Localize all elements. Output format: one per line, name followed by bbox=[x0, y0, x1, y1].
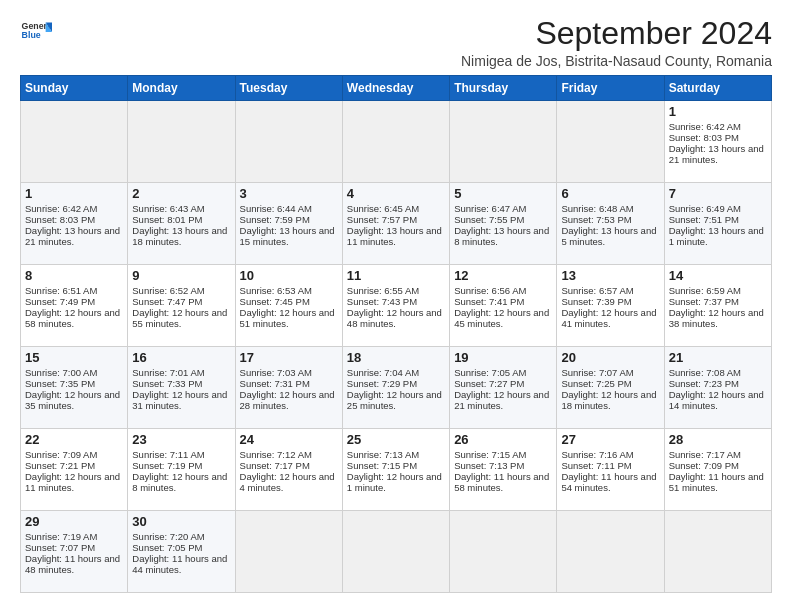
title-block: September 2024 Nimigea de Jos, Bistrita-… bbox=[461, 16, 772, 69]
calendar-cell: 18Sunrise: 7:04 AMSunset: 7:29 PMDayligh… bbox=[342, 347, 449, 429]
sunset-text: Sunset: 7:21 PM bbox=[25, 460, 123, 471]
day-number: 30 bbox=[132, 514, 230, 529]
sunrise-text: Sunrise: 7:12 AM bbox=[240, 449, 338, 460]
sunrise-text: Sunrise: 7:07 AM bbox=[561, 367, 659, 378]
daylight-text: Daylight: 13 hours and 11 minutes. bbox=[347, 225, 445, 247]
sunrise-text: Sunrise: 7:04 AM bbox=[347, 367, 445, 378]
sunrise-text: Sunrise: 6:45 AM bbox=[347, 203, 445, 214]
calendar-week-row: 8Sunrise: 6:51 AMSunset: 7:49 PMDaylight… bbox=[21, 265, 772, 347]
calendar-cell: 13Sunrise: 6:57 AMSunset: 7:39 PMDayligh… bbox=[557, 265, 664, 347]
sunset-text: Sunset: 7:25 PM bbox=[561, 378, 659, 389]
sunrise-text: Sunrise: 6:44 AM bbox=[240, 203, 338, 214]
sunrise-text: Sunrise: 7:05 AM bbox=[454, 367, 552, 378]
daylight-text: Daylight: 13 hours and 15 minutes. bbox=[240, 225, 338, 247]
daylight-text: Daylight: 12 hours and 45 minutes. bbox=[454, 307, 552, 329]
sunrise-text: Sunrise: 7:19 AM bbox=[25, 531, 123, 542]
day-number: 22 bbox=[25, 432, 123, 447]
calendar-cell: 4Sunrise: 6:45 AMSunset: 7:57 PMDaylight… bbox=[342, 183, 449, 265]
sunset-text: Sunset: 7:51 PM bbox=[669, 214, 767, 225]
day-number: 23 bbox=[132, 432, 230, 447]
sunset-text: Sunset: 7:09 PM bbox=[669, 460, 767, 471]
sunset-text: Sunset: 7:55 PM bbox=[454, 214, 552, 225]
daylight-text: Daylight: 12 hours and 35 minutes. bbox=[25, 389, 123, 411]
calendar-cell: 26Sunrise: 7:15 AMSunset: 7:13 PMDayligh… bbox=[450, 429, 557, 511]
day-number: 1 bbox=[25, 186, 123, 201]
daylight-text: Daylight: 12 hours and 38 minutes. bbox=[669, 307, 767, 329]
sunset-text: Sunset: 7:13 PM bbox=[454, 460, 552, 471]
day-number: 14 bbox=[669, 268, 767, 283]
sunrise-text: Sunrise: 7:11 AM bbox=[132, 449, 230, 460]
day-number: 12 bbox=[454, 268, 552, 283]
sunrise-text: Sunrise: 6:53 AM bbox=[240, 285, 338, 296]
sunrise-text: Sunrise: 7:09 AM bbox=[25, 449, 123, 460]
daylight-text: Daylight: 12 hours and 31 minutes. bbox=[132, 389, 230, 411]
day-number: 18 bbox=[347, 350, 445, 365]
day-number: 3 bbox=[240, 186, 338, 201]
sunset-text: Sunset: 8:03 PM bbox=[25, 214, 123, 225]
sunset-text: Sunset: 7:05 PM bbox=[132, 542, 230, 553]
sunrise-text: Sunrise: 6:42 AM bbox=[669, 121, 767, 132]
daylight-text: Daylight: 11 hours and 58 minutes. bbox=[454, 471, 552, 493]
calendar-cell bbox=[235, 101, 342, 183]
sunrise-text: Sunrise: 6:51 AM bbox=[25, 285, 123, 296]
calendar-cell bbox=[450, 101, 557, 183]
day-number: 29 bbox=[25, 514, 123, 529]
calendar-cell bbox=[664, 511, 771, 593]
calendar-cell: 25Sunrise: 7:13 AMSunset: 7:15 PMDayligh… bbox=[342, 429, 449, 511]
calendar-week-row: 1Sunrise: 6:42 AMSunset: 8:03 PMDaylight… bbox=[21, 101, 772, 183]
sunset-text: Sunset: 8:03 PM bbox=[669, 132, 767, 143]
col-tuesday: Tuesday bbox=[235, 76, 342, 101]
calendar-cell: 28Sunrise: 7:17 AMSunset: 7:09 PMDayligh… bbox=[664, 429, 771, 511]
sunset-text: Sunset: 7:23 PM bbox=[669, 378, 767, 389]
calendar-cell: 30Sunrise: 7:20 AMSunset: 7:05 PMDayligh… bbox=[128, 511, 235, 593]
daylight-text: Daylight: 12 hours and 25 minutes. bbox=[347, 389, 445, 411]
calendar-header-row: Sunday Monday Tuesday Wednesday Thursday… bbox=[21, 76, 772, 101]
sunrise-text: Sunrise: 6:59 AM bbox=[669, 285, 767, 296]
sunrise-text: Sunrise: 6:48 AM bbox=[561, 203, 659, 214]
calendar-week-row: 29Sunrise: 7:19 AMSunset: 7:07 PMDayligh… bbox=[21, 511, 772, 593]
daylight-text: Daylight: 12 hours and 14 minutes. bbox=[669, 389, 767, 411]
daylight-text: Daylight: 12 hours and 41 minutes. bbox=[561, 307, 659, 329]
calendar-cell: 8Sunrise: 6:51 AMSunset: 7:49 PMDaylight… bbox=[21, 265, 128, 347]
sunrise-text: Sunrise: 7:03 AM bbox=[240, 367, 338, 378]
sunset-text: Sunset: 7:29 PM bbox=[347, 378, 445, 389]
sunset-text: Sunset: 7:47 PM bbox=[132, 296, 230, 307]
sunrise-text: Sunrise: 7:17 AM bbox=[669, 449, 767, 460]
sunset-text: Sunset: 7:45 PM bbox=[240, 296, 338, 307]
daylight-text: Daylight: 12 hours and 55 minutes. bbox=[132, 307, 230, 329]
daylight-text: Daylight: 13 hours and 1 minute. bbox=[669, 225, 767, 247]
sunset-text: Sunset: 7:41 PM bbox=[454, 296, 552, 307]
col-sunday: Sunday bbox=[21, 76, 128, 101]
sunset-text: Sunset: 7:27 PM bbox=[454, 378, 552, 389]
calendar-cell: 7Sunrise: 6:49 AMSunset: 7:51 PMDaylight… bbox=[664, 183, 771, 265]
sunset-text: Sunset: 7:37 PM bbox=[669, 296, 767, 307]
calendar-cell: 11Sunrise: 6:55 AMSunset: 7:43 PMDayligh… bbox=[342, 265, 449, 347]
calendar-cell bbox=[557, 101, 664, 183]
svg-text:Blue: Blue bbox=[22, 30, 41, 40]
calendar-cell: 5Sunrise: 6:47 AMSunset: 7:55 PMDaylight… bbox=[450, 183, 557, 265]
calendar-cell: 17Sunrise: 7:03 AMSunset: 7:31 PMDayligh… bbox=[235, 347, 342, 429]
sunrise-text: Sunrise: 7:13 AM bbox=[347, 449, 445, 460]
calendar-cell: 27Sunrise: 7:16 AMSunset: 7:11 PMDayligh… bbox=[557, 429, 664, 511]
col-thursday: Thursday bbox=[450, 76, 557, 101]
day-number: 19 bbox=[454, 350, 552, 365]
calendar-week-row: 1Sunrise: 6:42 AMSunset: 8:03 PMDaylight… bbox=[21, 183, 772, 265]
calendar-cell: 20Sunrise: 7:07 AMSunset: 7:25 PMDayligh… bbox=[557, 347, 664, 429]
sunrise-text: Sunrise: 7:15 AM bbox=[454, 449, 552, 460]
sunrise-text: Sunrise: 6:56 AM bbox=[454, 285, 552, 296]
calendar-cell: 2Sunrise: 6:43 AMSunset: 8:01 PMDaylight… bbox=[128, 183, 235, 265]
sunset-text: Sunset: 7:39 PM bbox=[561, 296, 659, 307]
sunset-text: Sunset: 7:33 PM bbox=[132, 378, 230, 389]
day-number: 28 bbox=[669, 432, 767, 447]
day-number: 16 bbox=[132, 350, 230, 365]
calendar-cell: 29Sunrise: 7:19 AMSunset: 7:07 PMDayligh… bbox=[21, 511, 128, 593]
day-number: 27 bbox=[561, 432, 659, 447]
daylight-text: Daylight: 11 hours and 51 minutes. bbox=[669, 471, 767, 493]
day-number: 9 bbox=[132, 268, 230, 283]
sunset-text: Sunset: 7:59 PM bbox=[240, 214, 338, 225]
sunrise-text: Sunrise: 7:20 AM bbox=[132, 531, 230, 542]
calendar-cell: 3Sunrise: 6:44 AMSunset: 7:59 PMDaylight… bbox=[235, 183, 342, 265]
day-number: 8 bbox=[25, 268, 123, 283]
day-number: 2 bbox=[132, 186, 230, 201]
sunset-text: Sunset: 7:53 PM bbox=[561, 214, 659, 225]
